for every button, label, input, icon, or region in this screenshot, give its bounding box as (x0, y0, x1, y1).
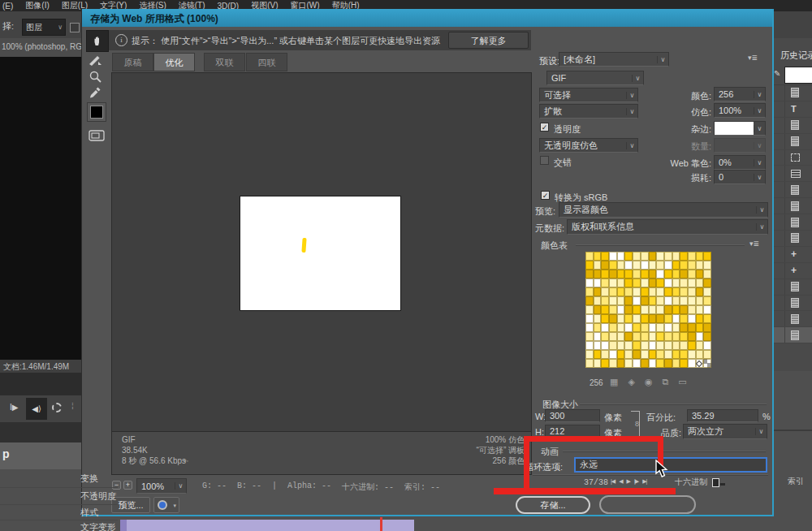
tab-3[interactable]: 双联 (204, 53, 245, 71)
properties-item[interactable]: 文字变形 (0, 520, 118, 531)
color-swatch[interactable] (594, 287, 602, 296)
color-swatch[interactable] (688, 350, 696, 359)
color-swatch[interactable] (680, 359, 688, 368)
matte-dropdown[interactable]: ∨ (714, 121, 766, 136)
color-swatch[interactable] (672, 270, 680, 278)
color-swatch[interactable] (601, 296, 609, 305)
color-swatch[interactable] (703, 287, 711, 296)
history-state-row[interactable] (773, 231, 812, 247)
color-swatch[interactable] (664, 332, 672, 341)
color-swatch[interactable] (703, 314, 711, 323)
color-swatch[interactable] (585, 314, 594, 323)
transparent-swatch[interactable] (703, 359, 711, 368)
color-swatch[interactable] (617, 278, 625, 287)
color-swatch[interactable] (617, 270, 625, 278)
color-swatch[interactable] (624, 314, 633, 323)
color-swatch[interactable] (680, 252, 688, 261)
color-swatch[interactable] (617, 287, 625, 296)
history-state-row[interactable]: + (773, 247, 812, 263)
menu-item[interactable]: (E) (2, 2, 13, 11)
color-swatch[interactable] (601, 305, 609, 314)
optimized-image[interactable] (240, 196, 401, 311)
color-swatch[interactable] (703, 305, 711, 314)
color-swatch[interactable] (688, 359, 696, 368)
color-swatch[interactable] (656, 350, 664, 359)
history-state-row[interactable] (773, 118, 812, 134)
color-swatch[interactable] (672, 261, 680, 270)
history-state-row[interactable] (773, 296, 812, 312)
color-swatch[interactable] (633, 261, 641, 270)
color-swatch[interactable] (624, 332, 633, 341)
color-swatch[interactable] (696, 287, 704, 296)
color-swatch[interactable] (696, 261, 704, 270)
options-checkbox[interactable] (70, 23, 80, 32)
frame-step-button[interactable]: ▶ (627, 478, 630, 485)
color-swatch[interactable] (656, 359, 664, 368)
color-swatch[interactable] (617, 252, 625, 261)
color-swatch[interactable] (617, 350, 625, 359)
matte-color-swatch[interactable] (87, 102, 106, 122)
color-swatch[interactable] (649, 305, 657, 314)
color-swatch[interactable] (703, 341, 711, 350)
panel-menu-icon[interactable]: ▾≣ (748, 54, 758, 62)
color-swatch[interactable] (609, 287, 617, 296)
color-swatch[interactable] (672, 341, 680, 350)
color-swatch[interactable] (633, 296, 641, 305)
color-swatch[interactable] (656, 278, 664, 287)
color-swatch[interactable] (680, 261, 688, 270)
color-swatch[interactable] (585, 323, 594, 332)
color-swatch[interactable] (680, 350, 688, 359)
color-swatch[interactable] (680, 270, 688, 278)
color-swatch[interactable] (696, 341, 704, 350)
color-swatch[interactable] (656, 261, 664, 270)
status-dropdown-icon[interactable]: ▾▫ (184, 458, 188, 464)
color-swatch[interactable] (649, 278, 657, 287)
color-swatch[interactable] (633, 278, 641, 287)
color-swatch[interactable] (594, 323, 602, 332)
history-state-row[interactable] (773, 150, 812, 166)
color-swatch[interactable] (680, 323, 688, 332)
more-icon[interactable]: ⁞ (71, 402, 74, 411)
color-swatch[interactable] (594, 305, 602, 314)
color-swatch[interactable] (624, 323, 633, 332)
color-swatch[interactable] (633, 252, 641, 261)
history-state-row[interactable] (773, 182, 812, 198)
history-state-row[interactable] (773, 134, 812, 150)
color-swatch[interactable] (624, 261, 633, 270)
color-swatch[interactable] (649, 296, 657, 305)
color-swatch[interactable] (649, 332, 657, 341)
color-swatch[interactable] (696, 323, 704, 332)
color-swatch[interactable] (680, 296, 688, 305)
color-swatch[interactable] (641, 252, 649, 261)
color-swatch[interactable] (641, 305, 649, 314)
color-swatch[interactable] (624, 252, 633, 261)
color-swatch[interactable] (585, 359, 594, 368)
color-swatch[interactable] (641, 341, 649, 350)
color-swatch[interactable] (688, 332, 696, 341)
color-swatch[interactable] (609, 278, 617, 287)
color-swatch[interactable] (672, 323, 680, 332)
color-swatch[interactable] (664, 323, 672, 332)
dither-grid-icon[interactable]: ▦ (610, 377, 618, 387)
history-state-row[interactable] (773, 166, 812, 182)
color-swatch[interactable] (649, 314, 657, 323)
trash-icon[interactable]: ▭ (678, 377, 686, 387)
color-swatch[interactable] (641, 359, 649, 368)
color-swatch[interactable] (585, 261, 594, 270)
color-swatch[interactable] (656, 341, 664, 350)
zoom-in-button[interactable]: + (123, 481, 132, 490)
color-swatch[interactable] (585, 278, 594, 287)
color-swatch[interactable] (672, 350, 680, 359)
timeline-track[interactable] (120, 520, 414, 531)
color-swatch[interactable] (594, 270, 602, 278)
color-swatch[interactable] (609, 252, 617, 261)
color-swatch[interactable] (624, 305, 633, 314)
color-swatch[interactable] (664, 350, 672, 359)
history-state-row[interactable]: + (773, 263, 812, 279)
color-swatch[interactable] (585, 270, 594, 278)
slice-visibility-toggle[interactable] (88, 128, 106, 145)
frame-step-button[interactable]: |▶ (634, 478, 638, 485)
color-swatch[interactable] (656, 332, 664, 341)
color-swatch[interactable] (672, 252, 680, 261)
color-swatch[interactable] (601, 359, 609, 368)
